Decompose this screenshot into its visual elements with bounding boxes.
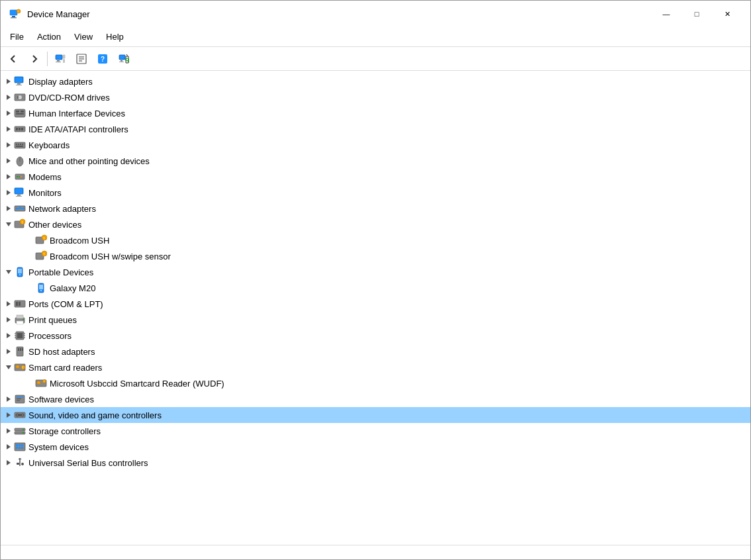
tree-item-monitors[interactable]: Monitors xyxy=(1,185,750,201)
svg-marker-131 xyxy=(7,444,11,449)
svg-rect-102 xyxy=(18,348,19,351)
expander-portable-devices[interactable] xyxy=(3,267,14,277)
expander-monitors[interactable] xyxy=(3,187,14,198)
svg-rect-44 xyxy=(22,144,23,145)
expander-usb[interactable] xyxy=(3,457,14,468)
svg-rect-84 xyxy=(16,302,18,306)
expander-galaxy-m20[interactable] xyxy=(25,283,35,293)
tree-item-ports[interactable]: Ports (COM & LPT) xyxy=(1,296,750,312)
expander-processors[interactable] xyxy=(3,330,14,341)
expander-network[interactable] xyxy=(3,203,14,214)
expander-smart-card[interactable] xyxy=(3,362,14,373)
svg-rect-1 xyxy=(12,16,15,17)
svg-point-129 xyxy=(23,429,24,430)
tree-item-sd-host[interactable]: SD host adapters xyxy=(1,344,750,359)
expander-sound-video[interactable] xyxy=(3,410,14,420)
tree-item-system-devices[interactable]: System devices xyxy=(1,439,750,455)
expander-hid[interactable] xyxy=(3,108,14,118)
menu-help[interactable]: Help xyxy=(99,29,130,44)
svg-marker-74 xyxy=(6,270,11,274)
expander-print-queues[interactable] xyxy=(3,314,14,325)
tree-item-smart-card[interactable]: !Smart card readers xyxy=(1,359,750,375)
icon-hid xyxy=(14,107,26,119)
tree-item-ms-smartcard[interactable]: !Microsoft Usbccid Smartcard Reader (WUD… xyxy=(1,375,750,391)
minimize-button[interactable]: — xyxy=(651,3,681,24)
icon-modems xyxy=(14,171,26,183)
expander-broadcom-ush[interactable] xyxy=(25,235,35,246)
svg-rect-7 xyxy=(56,62,61,62)
tree-item-software-devices[interactable]: Software devices xyxy=(1,391,750,407)
svg-rect-138 xyxy=(21,447,23,449)
restore-button[interactable]: □ xyxy=(681,3,712,24)
svg-marker-100 xyxy=(7,349,11,354)
tree-item-display-adapters[interactable]: Display adapters xyxy=(1,73,750,89)
help-button[interactable]: ? xyxy=(93,50,113,68)
expander-ide[interactable] xyxy=(3,124,14,134)
tree-item-network[interactable]: Network adapters xyxy=(1,201,750,216)
device-manager-view-button[interactable] xyxy=(50,50,70,68)
svg-rect-28 xyxy=(17,96,19,99)
svg-point-90 xyxy=(23,319,24,320)
properties-button[interactable] xyxy=(72,50,91,68)
expander-ms-smartcard[interactable] xyxy=(25,378,35,389)
icon-ms-smartcard: ! xyxy=(35,377,47,389)
tree-item-other-devices[interactable]: !Other devices xyxy=(1,216,750,232)
tree-item-print-queues[interactable]: Print queues xyxy=(1,312,750,328)
tree-item-keyboards[interactable]: Keyboards xyxy=(1,137,750,153)
expander-storage[interactable] xyxy=(3,426,14,436)
tree-item-storage[interactable]: Storage controllers xyxy=(1,423,750,439)
title-text: Device Manager xyxy=(27,9,651,19)
svg-marker-49 xyxy=(7,174,11,179)
expander-dvd-cd-rom[interactable] xyxy=(3,92,14,103)
svg-point-81 xyxy=(40,283,41,284)
tree-item-usb[interactable]: Universal Serial Bus controllers xyxy=(1,455,750,471)
svg-point-52 xyxy=(19,176,20,177)
tree-item-ide[interactable]: IDE ATA/ATAPI controllers xyxy=(1,121,750,137)
tree-item-dvd-cd-rom[interactable]: DVD/CD-ROM drives xyxy=(1,89,750,105)
svg-rect-31 xyxy=(16,111,19,113)
svg-rect-117 xyxy=(17,398,21,399)
tree-item-processors[interactable]: Processors xyxy=(1,328,750,344)
expander-modems[interactable] xyxy=(3,171,14,182)
tree-item-mice[interactable]: Mice and other pointing devices xyxy=(1,153,750,169)
svg-rect-89 xyxy=(17,321,23,324)
scan-button[interactable] xyxy=(114,50,134,68)
tree-item-broadcom-ush[interactable]: !Broadcom USH xyxy=(1,232,750,248)
expander-sd-host[interactable] xyxy=(3,346,14,357)
expander-mice[interactable] xyxy=(3,156,14,166)
menu-action[interactable]: Action xyxy=(30,29,68,44)
forward-button[interactable] xyxy=(25,50,44,68)
icon-other-devices: ! xyxy=(14,218,26,230)
svg-marker-58 xyxy=(7,206,11,211)
svg-rect-43 xyxy=(20,144,21,145)
svg-rect-40 xyxy=(15,142,25,148)
expander-ports[interactable] xyxy=(3,299,14,309)
expander-display-adapters[interactable] xyxy=(3,76,14,87)
svg-rect-22 xyxy=(17,83,21,85)
menu-file[interactable]: File xyxy=(3,29,30,44)
icon-sd-host xyxy=(14,346,26,357)
icon-ports xyxy=(14,298,26,310)
back-button[interactable] xyxy=(3,50,23,68)
close-button[interactable]: ✕ xyxy=(712,3,742,24)
tree-item-hid[interactable]: Human Interface Devices xyxy=(1,105,750,121)
tree-item-sound-video[interactable]: Sound, video and game controllers xyxy=(1,407,750,423)
svg-point-53 xyxy=(21,176,22,177)
tree-item-modems[interactable]: Modems xyxy=(1,169,750,185)
tree-item-broadcom-ush-swipe[interactable]: !Broadcom USH w/swipe sensor xyxy=(1,248,750,264)
icon-monitors xyxy=(14,187,26,199)
menu-view[interactable]: View xyxy=(68,29,99,44)
expander-software-devices[interactable] xyxy=(3,394,14,404)
app-icon: ! xyxy=(9,7,22,21)
tree-item-galaxy-m20[interactable]: Galaxy M20 xyxy=(1,280,750,296)
expander-keyboards[interactable] xyxy=(3,140,14,150)
icon-ide xyxy=(14,123,26,135)
svg-point-62 xyxy=(23,208,25,210)
svg-marker-105 xyxy=(6,365,11,369)
expander-broadcom-ush-swipe[interactable] xyxy=(25,251,35,261)
expander-system-devices[interactable] xyxy=(3,442,14,452)
tree-item-portable-devices[interactable]: Portable Devices xyxy=(1,264,750,280)
svg-marker-91 xyxy=(7,333,11,338)
svg-rect-0 xyxy=(10,10,17,15)
expander-other-devices[interactable] xyxy=(3,219,14,230)
